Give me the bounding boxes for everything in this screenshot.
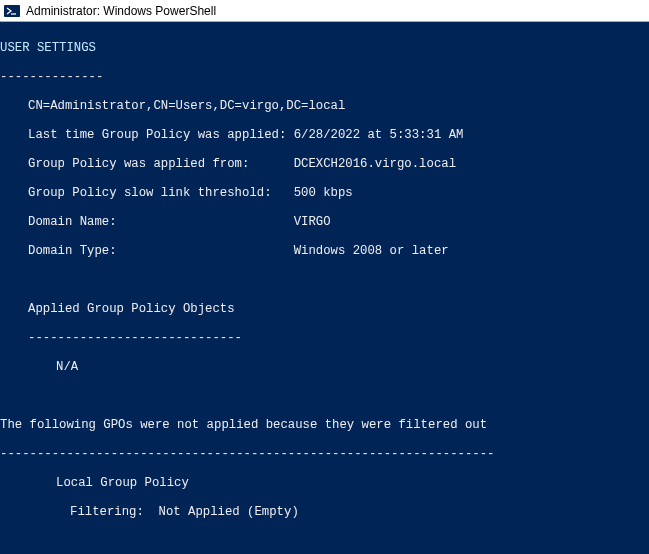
- window-titlebar[interactable]: Administrator: Windows PowerShell: [0, 0, 649, 22]
- kv-applied-from: Group Policy was applied from: DCEXCH201…: [0, 157, 649, 172]
- cn-line: CN=Administrator,CN=Users,DC=virgo,DC=lo…: [0, 99, 649, 114]
- applied-gpo-dashes: -----------------------------: [0, 331, 649, 346]
- section-header: USER SETTINGS: [0, 41, 649, 56]
- kv-last-applied: Last time Group Policy was applied: 6/28…: [0, 128, 649, 143]
- filtered-header: The following GPOs were not applied beca…: [0, 418, 649, 433]
- applied-gpo-header: Applied Group Policy Objects: [0, 302, 649, 317]
- filtered-dashes: ----------------------------------------…: [0, 447, 649, 462]
- terminal-output[interactable]: USER SETTINGS -------------- CN=Administ…: [0, 22, 649, 554]
- kv-domain-type: Domain Type: Windows 2008 or later: [0, 244, 649, 259]
- kv-slow-link: Group Policy slow link threshold: 500 kb…: [0, 186, 649, 201]
- filtered-reason: Filtering: Not Applied (Empty): [0, 505, 649, 520]
- powershell-icon: [4, 3, 20, 19]
- filtered-item: Local Group Policy: [0, 476, 649, 491]
- applied-gpo-na: N/A: [0, 360, 649, 375]
- kv-domain-name: Domain Name: VIRGO: [0, 215, 649, 230]
- section-dashes: --------------: [0, 70, 649, 85]
- window-title: Administrator: Windows PowerShell: [26, 4, 216, 18]
